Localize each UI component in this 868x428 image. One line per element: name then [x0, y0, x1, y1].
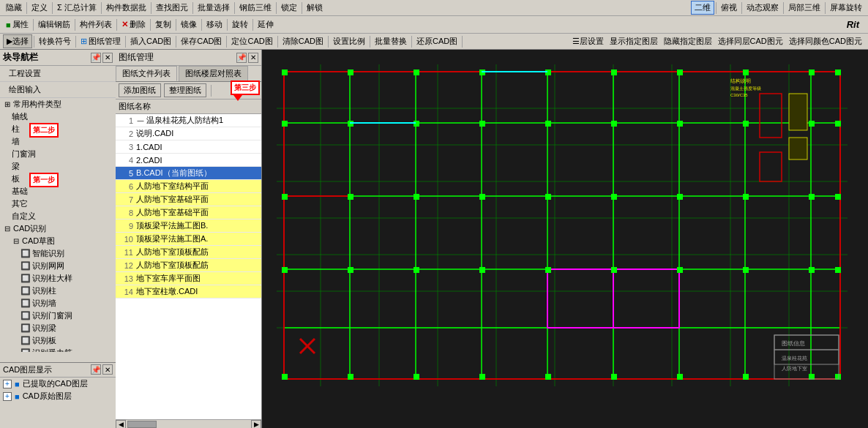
property-btn[interactable]: ■ 属性	[3, 18, 31, 31]
recog-col-icon: 🔲	[20, 286, 31, 296]
tree-item-door[interactable]: 门窗洞	[0, 148, 116, 160]
find-elem-btn[interactable]: 查找图元	[153, 1, 191, 14]
drawing-mgmt-btn[interactable]: ⊞ 图纸管理	[78, 35, 124, 48]
sidebar-close-btn[interactable]: ✕	[102, 53, 113, 63]
hide-layer-btn[interactable]: 隐藏指定图层	[661, 35, 715, 48]
drawing-row-5[interactable]: 5 B.CADI（当前图纸）	[116, 167, 261, 180]
edit-rebar-btn[interactable]: 编辑钢筋	[35, 18, 73, 31]
cad-layer-panel: CAD图层显示 📌 ✕ + ■ 已提取的CAD图层 + ■ CAD原始图层	[0, 362, 116, 428]
layer-panel-close-btn[interactable]: ✕	[102, 364, 113, 375]
lock-btn[interactable]: 锁定	[278, 1, 300, 14]
comp-list-btn[interactable]: 构件列表	[77, 18, 115, 31]
drawing-row-8[interactable]: 8 人防地下室基础平面	[116, 206, 261, 219]
tree-item-recog-grid[interactable]: 🔲 识别网网	[0, 260, 116, 272]
delete-btn[interactable]: ✕ 删除	[119, 18, 149, 31]
sep6	[234, 2, 235, 14]
save-cad-btn[interactable]: 保存CAD图	[178, 35, 225, 48]
set-scale-btn[interactable]: 设置比例	[330, 35, 368, 48]
drawing-row-11[interactable]: 11 人防地下室顶板配筋	[116, 246, 261, 259]
locate-cad-btn[interactable]: 定位CAD图	[228, 35, 275, 48]
layer-panel-pin-btn[interactable]: 📌	[91, 364, 101, 375]
project-settings-item[interactable]: 工程设置	[3, 67, 113, 80]
select-btn[interactable]: ▶ 选择	[3, 34, 32, 48]
organize-drawing-btn[interactable]: 整理图纸	[164, 83, 206, 97]
layer-checkbox-extracted[interactable]: +	[3, 380, 12, 388]
sidebar-pin-btn[interactable]: 📌	[91, 53, 101, 63]
checkbox-check-original: +	[5, 392, 10, 400]
tree-item-recog-door[interactable]: 🔲 识别门窗洞	[0, 309, 116, 322]
screen-rotate-btn[interactable]: 屏幕旋转	[827, 1, 865, 14]
drawing-row-4[interactable]: 4 2.CADI	[116, 154, 261, 167]
2d-btn[interactable]: 二维	[691, 1, 714, 15]
tree-item-recog-col-detail[interactable]: 🔲 识别柱大样	[0, 272, 116, 285]
scroll-right-btn[interactable]: ▶	[251, 420, 261, 429]
insert-cad-btn[interactable]: 插入CAD图	[127, 35, 174, 48]
add-drawing-btn[interactable]: 添加图纸	[119, 83, 161, 97]
svg-rect-77	[479, 374, 485, 380]
tree-item-cad-draft[interactable]: ⊟ CAD草图	[0, 235, 116, 247]
tree-item-recog-wall[interactable]: 🔲 识别墙	[0, 297, 116, 309]
tree-item-recog-rebar[interactable]: 🔲 识别受力筋	[0, 347, 116, 352]
convert-symbol-btn[interactable]: 转换符号	[36, 35, 74, 48]
layer-item-extracted[interactable]: + ■ 已提取的CAD图层	[0, 378, 116, 390]
cad-canvas[interactable]: 图纸信息 温泉桂花苑 人防地下室 结构说明 混凝土强度等级 C30/C35	[262, 50, 868, 428]
drawing-panel-pin-btn[interactable]: 📌	[236, 53, 247, 63]
drawing-row-10[interactable]: 10 顶板梁平法施工图A.	[116, 233, 261, 246]
comp-data-btn[interactable]: 构件数据批	[103, 1, 149, 14]
drawing-row-1[interactable]: 1 — 温泉桂花苑人防结构1	[116, 114, 261, 127]
move-btn[interactable]: 移动	[203, 18, 225, 31]
svg-rect-0	[262, 50, 868, 428]
drawing-row-6[interactable]: 6 人防地下室结构平面	[116, 180, 261, 193]
define-btn[interactable]: 定义	[29, 1, 50, 14]
svg-rect-75	[348, 374, 353, 380]
batch-replace-btn[interactable]: 批量替换	[372, 35, 410, 48]
drawing-panel-close-btn[interactable]: ✕	[248, 53, 258, 63]
drawing-row-14[interactable]: 14 地下室柱墩.CADI	[116, 285, 261, 299]
tree-item-beam[interactable]: 梁	[0, 160, 116, 173]
drawing-row-12[interactable]: 12 人防地下室顶板配筋	[116, 259, 261, 272]
tree-item-recog-slab[interactable]: 🔲 识别板	[0, 334, 116, 347]
list-scrollbar-h[interactable]: ◀ ▶	[116, 419, 261, 428]
tab-file-list[interactable]: 图纸文件列表	[116, 66, 177, 81]
top-view-btn[interactable]: 俯视	[718, 1, 740, 14]
copy-btn[interactable]: 复制	[152, 18, 174, 31]
tree-item-other[interactable]: 其它	[0, 198, 116, 210]
select-same-layer-btn[interactable]: 选择同层CAD图元	[715, 35, 786, 48]
restore-cad-btn[interactable]: 还原CAD图	[414, 35, 460, 48]
drawing-list[interactable]: 1 — 温泉桂花苑人防结构1 2 说明.CADI 3 1.CADI 4 2.CA…	[116, 114, 261, 419]
unlock-btn[interactable]: 解锁	[304, 1, 326, 14]
layer-settings-btn[interactable]: ☰ 层设置	[569, 35, 607, 48]
rotate-btn[interactable]: 旋转	[229, 18, 251, 31]
drawing-row-9[interactable]: 9 顶板梁平法施工图B.	[116, 219, 261, 233]
tree-item-cad[interactable]: ⊟ CAD识别	[0, 222, 116, 235]
extend-btn[interactable]: 延伸	[255, 18, 277, 31]
drawing-row-7[interactable]: 7 人防地下室基础平面	[116, 193, 261, 206]
local-3d-btn[interactable]: 局部三维	[785, 1, 823, 14]
tree-item-recog-col[interactable]: 🔲 识别柱	[0, 285, 116, 297]
tab-floor-map[interactable]: 图纸楼层对照表	[179, 66, 248, 81]
tree-item-common[interactable]: ⊞ 常用构件类型	[0, 98, 116, 110]
select-same-color-btn[interactable]: 选择同颜色CAD图元	[786, 35, 865, 48]
svg-rect-79	[611, 374, 617, 380]
show-layer-btn[interactable]: 显示指定图层	[607, 35, 661, 48]
tree-item-smart-recog[interactable]: 🔲 智能识别	[0, 247, 116, 260]
mirror-btn[interactable]: 镜像	[178, 18, 200, 31]
drawing-input-item[interactable]: 绘图输入	[3, 83, 113, 96]
batch-select-btn[interactable]: 批量选择	[195, 1, 233, 14]
tree-item-recog-beam[interactable]: 🔲 识别梁	[0, 322, 116, 334]
layer-item-original[interactable]: + ■ CAD原始图层	[0, 390, 116, 402]
layer-checkbox-original[interactable]: +	[3, 392, 12, 401]
tree-item-custom[interactable]: 自定义	[0, 210, 116, 222]
rebar3d-btn[interactable]: 钢筋三维	[236, 1, 274, 14]
dynamic-observe-btn[interactable]: 动态观察	[744, 1, 782, 14]
tree-item-axis[interactable]: 轴线	[0, 110, 116, 123]
row-name-14: 地下室柱墩.CADI	[136, 286, 258, 297]
drawing-row-3[interactable]: 3 1.CADI	[116, 140, 261, 154]
drawing-row-2[interactable]: 2 说明.CADI	[116, 127, 261, 140]
scroll-left-btn[interactable]: ◀	[116, 420, 126, 429]
scrollbar-thumb-h[interactable]	[127, 421, 157, 428]
clear-cad-btn[interactable]: 清除CAD图	[280, 35, 326, 48]
hide-btn[interactable]: 隐藏	[3, 1, 25, 14]
sum-btn[interactable]: Σ 汇总计算	[54, 1, 100, 14]
drawing-row-13[interactable]: 13 地下室车库平面图	[116, 272, 261, 285]
